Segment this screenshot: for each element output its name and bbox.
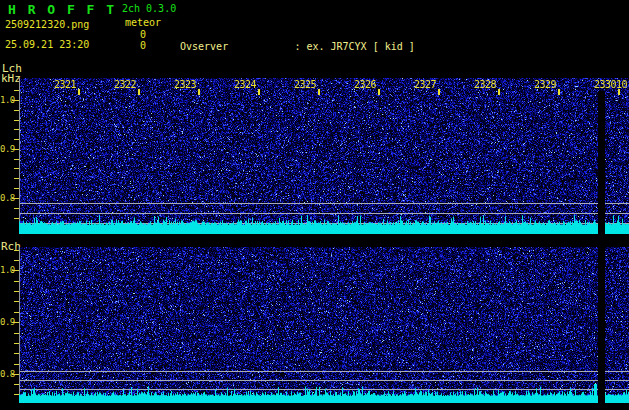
minor-tick	[14, 110, 19, 111]
time-axis-label: 2323	[172, 79, 198, 90]
minor-tick	[14, 168, 19, 169]
minor-tick	[14, 208, 19, 209]
time-axis-label: 2325	[292, 79, 318, 90]
minor-tick	[14, 364, 19, 365]
minor-tick	[14, 159, 19, 160]
major-tick	[12, 149, 19, 150]
minor-tick	[14, 281, 19, 282]
time-axis-label: 2328	[472, 79, 498, 90]
meteor-counter-label: meteor	[125, 17, 161, 28]
minor-tick	[14, 312, 19, 313]
minor-tick	[14, 394, 19, 395]
meteor-count-2: 0	[140, 40, 146, 51]
minor-tick	[14, 291, 19, 292]
minor-tick	[14, 301, 19, 302]
time-axis-label: 2324	[232, 79, 258, 90]
major-tick	[12, 374, 19, 375]
time-axis-label: 2321	[52, 79, 78, 90]
hrofft-output-image: H R O F F T 2ch 0.3.0 2509212320.png met…	[0, 0, 629, 410]
lch-spectrogram	[19, 78, 629, 234]
output-filename: 2509212320.png	[5, 19, 89, 30]
minor-tick	[14, 178, 19, 179]
major-tick	[12, 198, 19, 199]
app-version: 2ch 0.3.0	[122, 3, 176, 14]
rch-axis-name: Rch	[1, 240, 21, 253]
meteor-count-1: 0	[140, 29, 146, 40]
time-axis-label: 2326	[352, 79, 378, 90]
minor-tick	[14, 384, 19, 385]
major-tick	[12, 100, 19, 101]
minor-tick	[14, 333, 19, 334]
time-axis-label: 2329	[532, 79, 558, 90]
minor-tick	[14, 260, 19, 261]
minor-tick	[14, 120, 19, 121]
rch-spectrogram	[19, 247, 629, 403]
minor-tick	[14, 139, 19, 140]
major-tick	[12, 270, 19, 271]
observer-line: Ovserver : ex. JR7CYX [ kid ]	[180, 40, 629, 54]
time-axis-label-fragment: 10	[616, 79, 629, 90]
observation-datetime: 25.09.21 23:20	[5, 39, 89, 50]
minor-tick	[14, 343, 19, 344]
time-axis-label: 2327	[412, 79, 438, 90]
time-axis-label: 2322	[112, 79, 138, 90]
minor-tick	[14, 353, 19, 354]
minor-tick	[14, 90, 19, 91]
app-title: H R O F F T	[8, 2, 116, 17]
khz-unit-label: kHz	[1, 72, 21, 85]
time-axis-label: 2330	[592, 79, 618, 90]
minor-tick	[14, 218, 19, 219]
minor-tick	[14, 129, 19, 130]
minor-tick	[14, 188, 19, 189]
major-tick	[12, 322, 19, 323]
minor-tick	[14, 250, 19, 251]
